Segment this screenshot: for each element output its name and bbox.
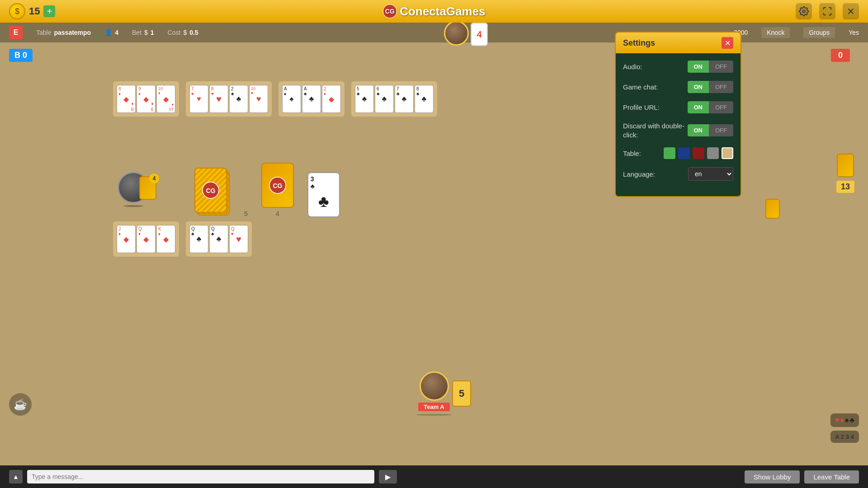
card-group-5: J♦ ◆ Q♦ ◆ K♦ ◆ — [113, 221, 179, 257]
profileurl-off-button[interactable]: OFF — [709, 101, 733, 113]
club-suit-icon: ♣ — [850, 416, 855, 424]
table-color-row: Table: — [623, 147, 733, 159]
right-card-count: 13 — [836, 181, 854, 193]
left-card-count: 4 — [149, 174, 159, 183]
card-9d[interactable]: 9♦ ◆ 9♦ — [137, 85, 156, 113]
card-10d[interactable]: 10♦ ◆ 10♦ — [156, 85, 175, 113]
cards-area-bottom: J♦ ◆ Q♦ ◆ K♦ ◆ Q♣ ♣ Q♣ ♣ Q♥ ♥ — [108, 217, 256, 261]
chat-send-button[interactable]: ▶ — [379, 470, 397, 483]
expand-button[interactable]: ▲ — [9, 470, 23, 483]
card-suits-button[interactable]: ♥ ♦ ♠ ♣ — [830, 413, 859, 427]
team-badge: Team A — [418, 403, 450, 411]
card-group-2: 7♥ ♥ 8♥ ♥ 2♣ ♣ 10♥ ♥ — [186, 81, 272, 117]
card-kd[interactable]: K♦ ◆ — [156, 225, 175, 253]
left-card-back: 4 — [139, 176, 156, 200]
card-numbers-button[interactable]: A 2 3 4 — [830, 431, 859, 443]
bottom-bar: ▲ ▶ Show Lobby Leave Table — [0, 465, 868, 488]
card-5c[interactable]: 5♣ ♣ — [355, 85, 374, 113]
settings-icon-button[interactable] — [796, 3, 812, 19]
bottom-player-avatar — [420, 371, 449, 401]
right-player-area: 13 — [836, 154, 854, 193]
profileurl-on-button[interactable]: ON — [688, 101, 709, 113]
discard-on-button[interactable]: ON — [688, 124, 709, 136]
cost-value: 0.5 — [189, 29, 198, 36]
color-green[interactable] — [664, 147, 675, 159]
settings-title: Settings — [623, 38, 655, 48]
color-gray[interactable] — [707, 147, 719, 159]
coffee-button[interactable]: ☕ — [9, 393, 32, 416]
audio-label: Audio: — [623, 63, 642, 70]
bottom-player: Team A — [416, 371, 452, 416]
bet-value: 1 — [151, 29, 154, 36]
card-8d[interactable]: 8♦ ◆ 8♦ — [117, 85, 136, 113]
coin-amount: 15 — [29, 5, 40, 17]
show-lobby-button[interactable]: Show Lobby — [745, 470, 800, 483]
card-7h[interactable]: 7♥ ♥ — [189, 85, 208, 113]
face-down-pile: CG — [194, 168, 231, 217]
color-tan[interactable] — [722, 147, 733, 159]
leave-table-button[interactable]: Leave Table — [804, 470, 859, 483]
three-center-suit: ♣ — [311, 192, 337, 211]
groups-button[interactable]: Groups — [803, 27, 835, 38]
card-6c[interactable]: 6♣ ♣ — [375, 85, 394, 113]
left-player-area: 4 — [118, 172, 149, 204]
deck-count-5: 5 — [244, 210, 248, 217]
card-as[interactable]: A♠ ♠ — [282, 85, 301, 113]
bet-label: Bet — [132, 29, 142, 36]
table-value: passatempo — [54, 29, 91, 36]
three-of-clubs[interactable]: 3 ♣ ♣ — [307, 172, 340, 217]
card-jd[interactable]: J♦ ◆ — [117, 225, 136, 253]
right-card-back-1 — [837, 154, 854, 177]
spade-suit-icon: ♠ — [845, 416, 849, 424]
discard-toggle: ON OFF — [688, 124, 734, 136]
card-qd[interactable]: Q♦ ◆ — [137, 225, 156, 253]
knock-button[interactable]: Knock — [761, 27, 790, 38]
color-red[interactable] — [693, 147, 704, 159]
card-qc[interactable]: Q♣ ♣ — [189, 225, 208, 253]
color-navy[interactable] — [678, 147, 690, 159]
logo-text: ConectaGames — [400, 5, 485, 19]
card-qh[interactable]: Q♥ ♥ — [229, 225, 248, 253]
close-icon-button[interactable] — [843, 3, 859, 19]
table-color-label: Table: — [623, 150, 641, 157]
top-player-avatar — [444, 21, 469, 46]
card-8h[interactable]: 8♥ ♥ — [209, 85, 228, 113]
card-10h[interactable]: 10♥ ♥ — [249, 85, 268, 113]
audio-on-button[interactable]: ON — [688, 61, 709, 73]
score-b: B 0 — [9, 49, 33, 62]
language-row: Language: en pt es — [623, 167, 733, 181]
faceup-count-4: 4 — [261, 210, 294, 217]
players-count: 4 — [115, 29, 118, 36]
gamechat-toggle: ON OFF — [688, 81, 734, 93]
audio-off-button[interactable]: OFF — [709, 61, 733, 73]
svg-text:CG: CG — [273, 182, 282, 189]
right-player-cards — [837, 154, 854, 177]
language-select[interactable]: en pt es — [688, 167, 733, 181]
card-7c[interactable]: 7♣ ♣ — [395, 85, 414, 113]
heart-suit-icon: ♥ — [835, 416, 840, 424]
diamond-suit-icon: ♦ — [840, 416, 844, 424]
card-ac[interactable]: A♣ ♣ — [302, 85, 321, 113]
chat-input[interactable] — [27, 470, 374, 483]
gamechat-label: Game chat: — [623, 83, 658, 91]
card-8c[interactable]: 8♣ ♣ — [415, 85, 434, 113]
card-qh-black[interactable]: Q♣ ♣ — [209, 225, 228, 253]
bottom-avatar-shadow — [416, 414, 452, 416]
face-up-card[interactable]: CG — [261, 163, 294, 208]
fullscreen-icon-button[interactable] — [819, 3, 835, 19]
top-bar: $ 15 + CG ConectaGames — [0, 0, 868, 23]
audio-toggle: ON OFF — [688, 61, 734, 73]
gamechat-on-button[interactable]: ON — [688, 81, 709, 93]
profileurl-toggle: ON OFF — [688, 101, 734, 113]
profileurl-label: Profile URL: — [623, 103, 660, 111]
settings-close-button[interactable]: ✕ — [722, 37, 733, 49]
gamechat-off-button[interactable]: OFF — [709, 81, 733, 93]
card-2c[interactable]: 2♣ ♣ — [229, 85, 248, 113]
card-2d[interactable]: 2♦ ◆ — [322, 85, 341, 113]
deck-card-top[interactable]: CG — [194, 168, 227, 213]
dollar-icon2: $ — [183, 29, 187, 36]
discard-off-button[interactable]: OFF — [709, 124, 733, 136]
add-coin-button[interactable]: + — [43, 5, 55, 17]
settings-body: Audio: ON OFF Game chat: ON OFF Profile … — [616, 53, 741, 196]
svg-text:CG: CG — [206, 187, 216, 194]
